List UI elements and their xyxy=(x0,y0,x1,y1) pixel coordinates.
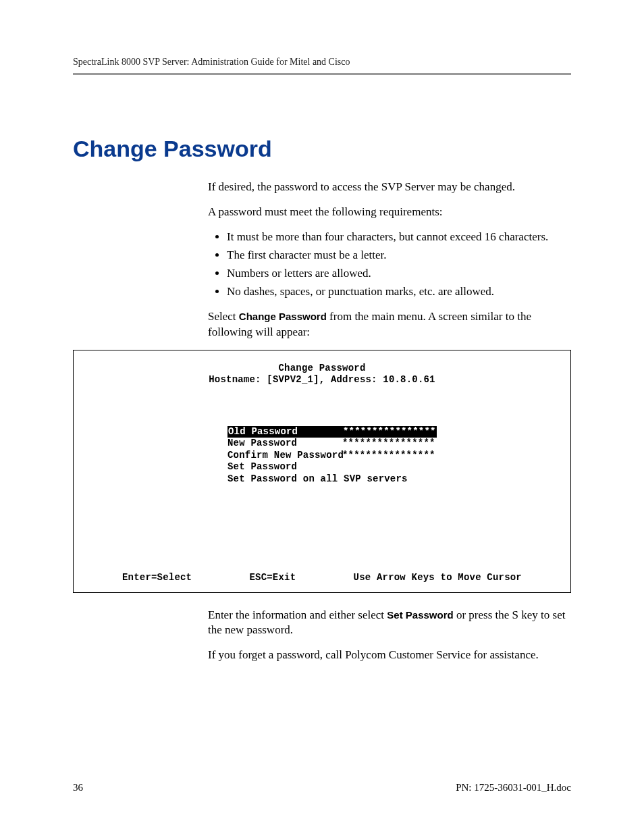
terminal-row[interactable]: Confirm New Password**************** xyxy=(227,450,437,462)
hint-arrows: Use Arrow Keys to Move Cursor xyxy=(354,572,522,583)
field-value: **************** xyxy=(342,450,435,462)
page-title: Change Password xyxy=(73,136,571,162)
requirements-list: It must be more than four characters, bu… xyxy=(208,230,571,300)
list-item: No dashes, spaces, or punctuation marks,… xyxy=(227,284,571,300)
terminal-row[interactable]: Set Password xyxy=(227,461,437,473)
field-label-selected: Old Password xyxy=(227,426,342,438)
paragraph: Enter the information and either select … xyxy=(208,608,571,639)
page-number: 36 xyxy=(73,782,83,793)
paragraph: Select Change Password from the main men… xyxy=(208,309,571,340)
field-label: Confirm New Password xyxy=(227,450,342,462)
terminal-screenshot: Change Password Hostname: [SVPV2_1], Add… xyxy=(73,350,571,593)
field-value: **************** xyxy=(342,438,435,450)
text-run: Select xyxy=(208,310,239,323)
doc-id: PN: 1725-36031-001_H.doc xyxy=(456,782,571,793)
running-header: SpectraLink 8000 SVP Server: Administrat… xyxy=(73,57,571,75)
field-label: Set Password on all SVP servers xyxy=(227,473,408,484)
text-run: Enter the information and either select xyxy=(208,608,387,621)
hint-enter: Enter=Select xyxy=(122,572,192,583)
field-label: New Password xyxy=(227,438,342,450)
field-value-selected: **************** xyxy=(342,426,437,438)
paragraph: A password must meet the following requi… xyxy=(208,205,571,220)
terminal-hostline: Hostname: [SVPV2_1], Address: 10.8.0.61 xyxy=(74,374,570,386)
terminal-row[interactable]: Old Password**************** xyxy=(227,426,437,438)
list-item: The first character must be a letter. xyxy=(227,248,571,263)
terminal-row[interactable]: Set Password on all SVP servers xyxy=(227,473,437,486)
field-label: Set Password xyxy=(227,461,342,473)
terminal-title: Change Password xyxy=(74,363,570,375)
page-footer: 36 PN: 1725-36031-001_H.doc xyxy=(73,782,571,793)
bold-text: Set Password xyxy=(387,609,453,621)
terminal-footer: Enter=Select ESC=Exit Use Arrow Keys to … xyxy=(74,572,570,583)
document-page: SpectraLink 8000 SVP Server: Administrat… xyxy=(0,0,644,834)
bold-text: Change Password xyxy=(239,311,327,322)
hint-esc: ESC=Exit xyxy=(249,572,296,583)
paragraph: If you forget a password, call Polycom C… xyxy=(208,648,571,663)
terminal-fields: Old Password**************** New Passwor… xyxy=(227,426,437,486)
list-item: It must be more than four characters, bu… xyxy=(227,230,571,245)
terminal-header: Change Password Hostname: [SVPV2_1], Add… xyxy=(74,363,570,386)
paragraph: If desired, the password to access the S… xyxy=(208,180,571,195)
terminal-row[interactable]: New Password**************** xyxy=(227,438,437,450)
list-item: Numbers or letters are allowed. xyxy=(227,266,571,282)
body-column: If desired, the password to access the S… xyxy=(208,180,571,340)
body-column-2: Enter the information and either select … xyxy=(208,608,571,664)
